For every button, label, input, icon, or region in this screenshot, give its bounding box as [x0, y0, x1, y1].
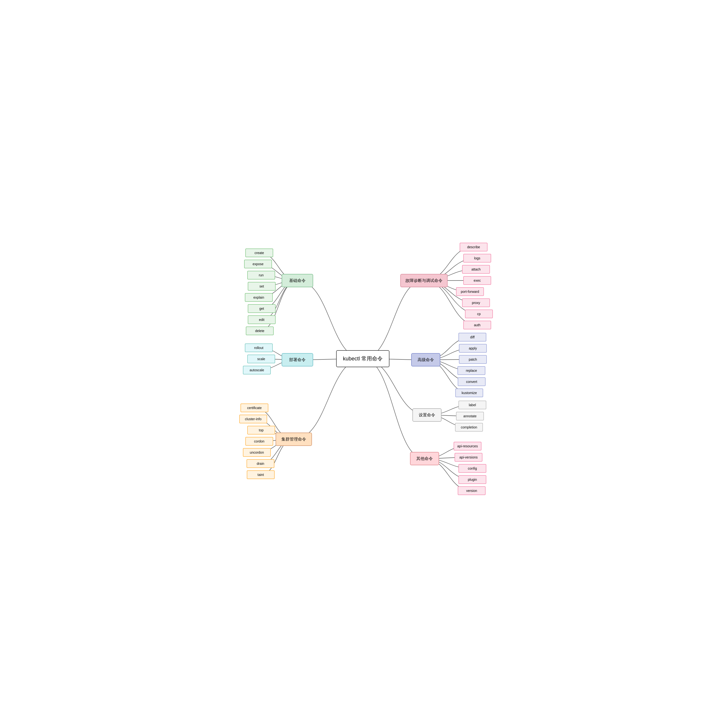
leaf-explain: explain	[245, 293, 273, 302]
leaf-get: get	[248, 304, 275, 313]
category-other: 其他命令	[410, 452, 439, 465]
leaf-completion: completion	[455, 423, 483, 431]
leaf-drain: drain	[246, 459, 274, 468]
leaf-config: config	[459, 464, 486, 473]
leaf-create: create	[245, 248, 273, 257]
mind-map: kubectl 常用命令 基础命令部署命令集群管理命令故障诊断与调试命令高级命令…	[231, 234, 497, 488]
leaf-rollout: rollout	[245, 343, 273, 352]
leaf-auth: auth	[463, 321, 491, 329]
leaf-autoscale: autoscale	[243, 366, 271, 375]
category-deploy: 部署命令	[281, 353, 313, 366]
center-node: kubectl 常用命令	[336, 350, 389, 367]
category-basic: 基础命令	[281, 274, 313, 287]
leaf-top: top	[247, 426, 275, 434]
leaf-uncordon: uncordon	[243, 448, 271, 457]
leaf-describe: describe	[460, 243, 488, 251]
leaf-cp: cp	[465, 309, 493, 318]
leaf-replace: replace	[457, 366, 485, 375]
leaf-delete: delete	[246, 326, 274, 335]
category-advanced: 高级命令	[411, 353, 440, 366]
leaf-kustomize: kustomize	[455, 389, 483, 397]
leaf-certificate: certificate	[240, 404, 268, 412]
leaf-convert: convert	[458, 377, 486, 386]
leaf-cordon: cordon	[245, 437, 273, 446]
leaf-label: label	[459, 401, 486, 409]
leaf-api-versions: api-versions	[454, 453, 482, 462]
leaf-logs: logs	[463, 254, 491, 263]
leaf-exec: exec	[463, 276, 491, 285]
leaf-cluster-info: cluster-info	[239, 415, 267, 424]
leaf-diff: diff	[459, 333, 486, 341]
leaf-run: run	[247, 271, 275, 280]
leaf-port-forward: port-forward	[456, 287, 484, 296]
category-debug: 故障诊断与调试命令	[400, 274, 448, 287]
leaf-version: version	[458, 486, 486, 495]
leaf-apply: apply	[459, 344, 487, 353]
category-settings: 设置命令	[413, 408, 442, 422]
leaf-set: set	[248, 282, 275, 291]
leaf-edit: edit	[248, 315, 275, 324]
leaf-annotate: annotate	[456, 412, 484, 421]
leaf-api-resources: api-resources	[454, 442, 482, 450]
category-cluster: 集群管理命令	[275, 433, 312, 446]
leaf-patch: patch	[459, 355, 487, 364]
leaf-plugin: plugin	[459, 475, 486, 484]
leaf-proxy: proxy	[462, 298, 490, 307]
leaf-scale: scale	[247, 355, 275, 363]
leaf-attach: attach	[462, 265, 490, 274]
leaf-taint: taint	[247, 470, 275, 479]
leaf-expose: expose	[244, 260, 272, 268]
